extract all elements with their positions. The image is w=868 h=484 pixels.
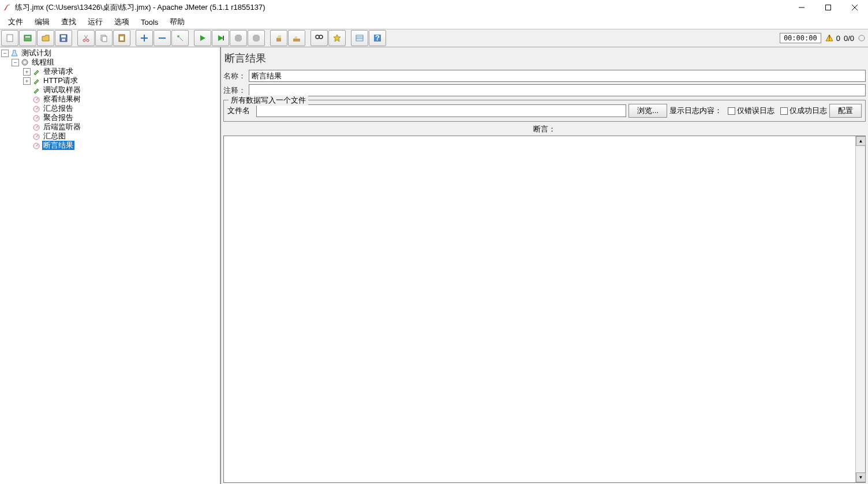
tree-label: 察看结果树: [42, 95, 82, 104]
tree-toggle[interactable]: −: [1, 50, 9, 57]
only-error-checkbox[interactable]: 仅错误日志: [728, 106, 775, 116]
svg-marker-26: [235, 35, 242, 42]
tree-spacer: [23, 142, 31, 149]
open-button[interactable]: [37, 30, 54, 46]
svg-line-13: [84, 35, 87, 39]
file-output-fieldset: 所有数据写入一个文件 文件名 浏览... 显示日志内容： 仅错误日志 仅成功日志…: [223, 100, 866, 122]
start-button[interactable]: [194, 30, 211, 46]
name-label: 名称：: [223, 71, 249, 81]
tree-node-debug-sampler[interactable]: 调试取样器: [0, 85, 220, 95]
menu-file[interactable]: 文件: [2, 16, 29, 28]
svg-rect-25: [223, 36, 224, 40]
config-button[interactable]: 配置: [829, 104, 862, 118]
tree-node-thread-group[interactable]: − 线程组: [0, 58, 220, 67]
toggle-button[interactable]: [171, 30, 189, 46]
name-input[interactable]: [249, 70, 866, 82]
assertion-results-area[interactable]: ▲ ▼: [223, 136, 866, 483]
stop-button[interactable]: [230, 30, 247, 46]
tree-node-test-plan[interactable]: − 测试计划: [0, 48, 220, 58]
tree-panel[interactable]: − 测试计划 − 线程组 + 登录请求 + HTTP请求: [0, 47, 220, 484]
paste-button[interactable]: [113, 30, 130, 46]
svg-rect-5: [24, 35, 31, 41]
svg-rect-15: [102, 36, 107, 42]
tree-label: 线程组: [31, 58, 55, 67]
comment-label: 注释：: [223, 85, 249, 96]
tree-toggle[interactable]: −: [12, 59, 19, 66]
tree-node-login-req[interactable]: + 登录请求: [0, 67, 220, 76]
meter-icon: [32, 122, 41, 132]
minimize-button[interactable]: [788, 0, 815, 15]
assertion-block: 断言： ▲ ▼: [223, 124, 866, 483]
tree-spacer: [23, 133, 31, 140]
menu-edit[interactable]: 编辑: [29, 16, 55, 28]
menu-options[interactable]: 选项: [108, 16, 135, 28]
svg-rect-1: [826, 5, 831, 10]
start-no-pause-button[interactable]: [212, 30, 229, 46]
function-helper-button[interactable]: [351, 30, 368, 46]
svg-line-22: [179, 37, 183, 41]
tree-toggle[interactable]: +: [23, 77, 31, 85]
menu-run[interactable]: 运行: [82, 16, 108, 28]
svg-point-21: [177, 35, 179, 37]
menu-tools[interactable]: Tools: [135, 17, 164, 28]
tree-node-backend-listener[interactable]: 后端监听器: [0, 122, 220, 132]
comment-input[interactable]: [249, 84, 866, 96]
search-button[interactable]: [310, 30, 328, 46]
svg-point-11: [87, 39, 89, 42]
warning-indicator[interactable]: ! 0: [825, 33, 840, 43]
reset-search-button[interactable]: [328, 30, 346, 46]
only-success-label: 仅成功日志: [790, 106, 827, 115]
svg-line-12: [85, 35, 88, 39]
svg-rect-6: [25, 36, 30, 37]
vertical-scrollbar[interactable]: ▲ ▼: [855, 136, 865, 482]
warning-icon: !: [825, 33, 834, 43]
tree-node-assertion-results[interactable]: 断言结果: [0, 141, 220, 150]
tree-node-http-req[interactable]: + HTTP请求: [0, 76, 220, 85]
file-input[interactable]: [256, 104, 626, 117]
help-button[interactable]: ?: [369, 30, 386, 46]
svg-rect-9: [62, 39, 65, 41]
svg-text:!: !: [828, 33, 830, 42]
menu-search[interactable]: 查找: [55, 16, 82, 28]
tree-label: 汇总图: [42, 132, 67, 141]
timer-display: 00:00:00: [780, 33, 821, 43]
browse-button[interactable]: 浏览...: [628, 104, 667, 118]
only-success-checkbox[interactable]: 仅成功日志: [780, 106, 827, 116]
shutdown-button[interactable]: [248, 30, 265, 46]
collapse-button[interactable]: [154, 30, 171, 46]
tree-label: 测试计划: [20, 48, 53, 58]
svg-point-32: [319, 35, 323, 39]
expand-button[interactable]: [136, 30, 153, 46]
templates-button[interactable]: [19, 30, 36, 46]
menu-help[interactable]: 帮助: [164, 16, 190, 28]
tree-node-aggregate-report[interactable]: 聚合报告: [0, 113, 220, 122]
status-icon: [858, 34, 866, 42]
tree-spacer: [23, 87, 31, 94]
tree-node-summary-graph[interactable]: 汇总图: [0, 132, 220, 141]
tree-label: 断言结果: [42, 141, 74, 150]
clear-button[interactable]: [270, 30, 287, 46]
svg-text:?: ?: [375, 33, 380, 42]
svg-marker-27: [253, 35, 260, 42]
save-button[interactable]: [55, 30, 72, 46]
tree-label: 汇总报告: [42, 104, 74, 113]
close-button[interactable]: [841, 0, 868, 15]
svg-rect-29: [293, 39, 297, 42]
main-panel: 断言结果 名称： 注释： 所有数据写入一个文件 文件名 浏览... 显示日志内容…: [220, 47, 868, 484]
test-plan-tree[interactable]: − 测试计划 − 线程组 + 登录请求 + HTTP请求: [0, 48, 220, 150]
tree-toggle[interactable]: +: [23, 68, 31, 76]
copy-button[interactable]: [95, 30, 113, 46]
assertion-label: 断言：: [223, 124, 866, 136]
new-button[interactable]: [1, 30, 18, 46]
toolbar: ? 00:00:00 ! 0 0/0: [0, 29, 868, 47]
comment-row: 注释：: [222, 83, 868, 97]
maximize-button[interactable]: [815, 0, 841, 15]
scroll-up-button[interactable]: ▲: [856, 136, 866, 146]
svg-rect-28: [276, 38, 281, 42]
cut-button[interactable]: [77, 30, 95, 46]
tree-node-view-results-tree[interactable]: 察看结果树: [0, 95, 220, 104]
tree-node-summary-report[interactable]: 汇总报告: [0, 104, 220, 113]
clear-all-button[interactable]: [288, 30, 305, 46]
tree-label: HTTP请求: [42, 76, 79, 85]
scroll-down-button[interactable]: ▼: [856, 472, 866, 482]
